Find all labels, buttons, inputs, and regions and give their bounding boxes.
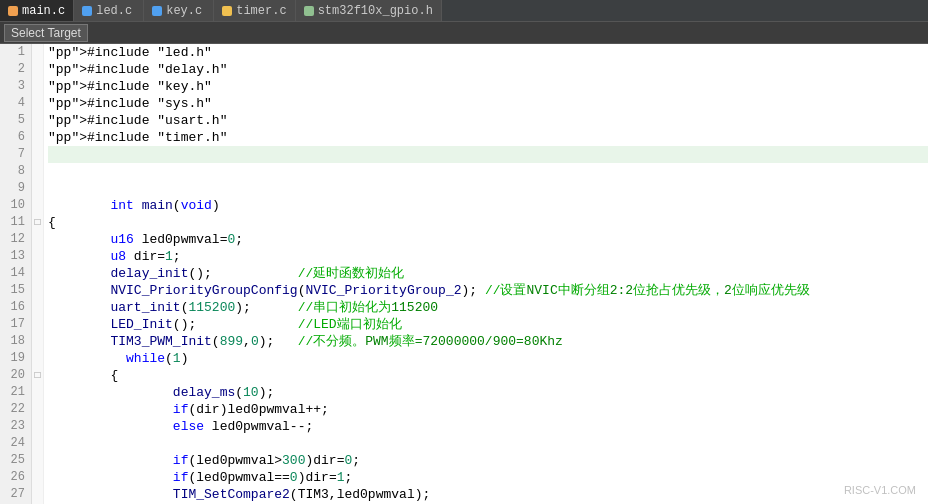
fold-marker-16	[32, 299, 43, 316]
code-line-3: "pp">#include "key.h"	[48, 78, 928, 95]
line-number-12: 12	[6, 231, 25, 248]
code-line-10: int main(void)	[48, 197, 928, 214]
code-line-22: if(dir)led0pwmval++;	[48, 401, 928, 418]
code-line-26: if(led0pwmval==0)dir=1;	[48, 469, 928, 486]
tab-label: key.c	[166, 4, 202, 18]
fold-marker-5	[32, 112, 43, 129]
select-target-button[interactable]: Select Target	[4, 24, 88, 42]
line-number-4: 4	[6, 95, 25, 112]
fold-marker-2	[32, 61, 43, 78]
fold-marker-19	[32, 350, 43, 367]
code-content[interactable]: "pp">#include "led.h""pp">#include "dela…	[44, 44, 928, 504]
line-number-20: 20	[6, 367, 25, 384]
line-number-14: 14	[6, 265, 25, 282]
fold-marker-14	[32, 265, 43, 282]
code-line-5: "pp">#include "usart.h"	[48, 112, 928, 129]
line-number-26: 26	[6, 469, 25, 486]
line-number-24: 24	[6, 435, 25, 452]
line-number-22: 22	[6, 401, 25, 418]
line-number-5: 5	[6, 112, 25, 129]
fold-marker-25	[32, 452, 43, 469]
tab-label: led.c	[96, 4, 132, 18]
fold-marker-10	[32, 197, 43, 214]
code-line-12: u16 led0pwmval=0;	[48, 231, 928, 248]
code-line-14: delay_init(); //延时函数初始化	[48, 265, 928, 282]
fold-gutter: □□	[32, 44, 44, 504]
fold-marker-23	[32, 418, 43, 435]
fold-marker-9	[32, 180, 43, 197]
watermark: RISC-V1.COM	[844, 484, 916, 496]
fold-marker-4	[32, 95, 43, 112]
line-number-3: 3	[6, 78, 25, 95]
tab-timer-c[interactable]: timer.c	[214, 0, 295, 21]
code-line-6: "pp">#include "timer.h"	[48, 129, 928, 146]
line-number-13: 13	[6, 248, 25, 265]
line-number-19: 19	[6, 350, 25, 367]
fold-marker-27	[32, 486, 43, 503]
tab-led-c[interactable]: led.c	[74, 0, 144, 21]
line-number-18: 18	[6, 333, 25, 350]
code-line-27: TIM_SetCompare2(TIM3,led0pwmval);	[48, 486, 928, 503]
tab-bar: main.cled.ckey.ctimer.cstm32f10x_gpio.h	[0, 0, 928, 22]
line-numbers: 1234567891011121314151617181920212223242…	[0, 44, 32, 504]
line-number-16: 16	[6, 299, 25, 316]
fold-marker-26	[32, 469, 43, 486]
code-line-8	[48, 163, 928, 180]
code-line-23: else led0pwmval--;	[48, 418, 928, 435]
line-number-23: 23	[6, 418, 25, 435]
fold-marker-7	[32, 146, 43, 163]
editor: 1234567891011121314151617181920212223242…	[0, 44, 928, 504]
line-number-17: 17	[6, 316, 25, 333]
fold-marker-22	[32, 401, 43, 418]
code-line-21: delay_ms(10);	[48, 384, 928, 401]
code-line-20: {	[48, 367, 928, 384]
tab-label: timer.c	[236, 4, 286, 18]
code-line-13: u8 dir=1;	[48, 248, 928, 265]
code-line-15: NVIC_PriorityGroupConfig(NVIC_PriorityGr…	[48, 282, 928, 299]
code-line-4: "pp">#include "sys.h"	[48, 95, 928, 112]
line-number-15: 15	[6, 282, 25, 299]
fold-marker-20[interactable]: □	[32, 367, 43, 384]
code-line-19: while(1)	[48, 350, 928, 367]
fold-marker-18	[32, 333, 43, 350]
code-line-25: if(led0pwmval>300)dir=0;	[48, 452, 928, 469]
line-number-8: 8	[6, 163, 25, 180]
toolbar: Select Target	[0, 22, 928, 44]
fold-marker-13	[32, 248, 43, 265]
code-line-16: uart_init(115200); //串口初始化为115200	[48, 299, 928, 316]
fold-marker-11[interactable]: □	[32, 214, 43, 231]
tab-main-c[interactable]: main.c	[0, 0, 74, 21]
fold-marker-3	[32, 78, 43, 95]
code-line-24	[48, 435, 928, 452]
line-number-6: 6	[6, 129, 25, 146]
code-line-18: TIM3_PWM_Init(899,0); //不分频。PWM频率=720000…	[48, 333, 928, 350]
code-line-1: "pp">#include "led.h"	[48, 44, 928, 61]
code-line-2: "pp">#include "delay.h"	[48, 61, 928, 78]
fold-marker-8	[32, 163, 43, 180]
code-line-9	[48, 180, 928, 197]
line-number-1: 1	[6, 44, 25, 61]
line-number-7: 7	[6, 146, 25, 163]
tab-stm32-h[interactable]: stm32f10x_gpio.h	[296, 0, 442, 21]
line-number-25: 25	[6, 452, 25, 469]
fold-marker-6	[32, 129, 43, 146]
tab-label: stm32f10x_gpio.h	[318, 4, 433, 18]
fold-marker-1	[32, 44, 43, 61]
line-number-10: 10	[6, 197, 25, 214]
line-number-9: 9	[6, 180, 25, 197]
fold-marker-15	[32, 282, 43, 299]
code-line-7	[48, 146, 928, 163]
line-number-11: 11	[6, 214, 25, 231]
code-line-11: {	[48, 214, 928, 231]
fold-marker-21	[32, 384, 43, 401]
line-number-27: 27	[6, 486, 25, 503]
line-number-21: 21	[6, 384, 25, 401]
line-number-2: 2	[6, 61, 25, 78]
tab-key-c[interactable]: key.c	[144, 0, 214, 21]
code-line-17: LED_Init(); //LED端口初始化	[48, 316, 928, 333]
tab-label: main.c	[22, 4, 65, 18]
fold-marker-12	[32, 231, 43, 248]
fold-marker-17	[32, 316, 43, 333]
fold-marker-24	[32, 435, 43, 452]
